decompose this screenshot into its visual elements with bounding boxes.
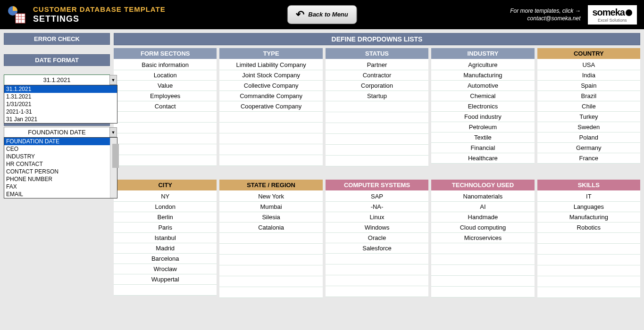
list-item-empty[interactable]: [219, 265, 322, 276]
list-item[interactable]: Microservices: [431, 233, 534, 243]
list-item-empty[interactable]: [219, 255, 322, 265]
list-item[interactable]: Partner: [326, 60, 428, 70]
contact-email[interactable]: contact@someka.net: [510, 15, 580, 22]
list-item[interactable]: Basic information: [114, 60, 217, 70]
list-item-empty[interactable]: [219, 123, 322, 133]
list-item[interactable]: Contractor: [326, 70, 428, 81]
list-item[interactable]: Barcelona: [114, 254, 217, 264]
list-item[interactable]: Value: [114, 81, 217, 91]
list-item[interactable]: Contact: [114, 101, 217, 112]
list-item[interactable]: Chemical: [431, 91, 534, 101]
list-item-empty[interactable]: [537, 233, 640, 244]
dropdown-option[interactable]: 31 Jan 2021: [4, 116, 117, 123]
list-item-empty[interactable]: [326, 112, 428, 123]
list-item-empty[interactable]: [431, 243, 534, 254]
list-item[interactable]: London: [114, 202, 217, 212]
list-item[interactable]: AI: [431, 202, 534, 212]
list-item[interactable]: Spain: [537, 81, 640, 91]
list-item[interactable]: Petroleum: [431, 122, 534, 132]
list-item[interactable]: Cooperative Company: [219, 101, 322, 112]
list-item-empty[interactable]: [114, 133, 217, 144]
list-item[interactable]: Cloud computing: [431, 223, 534, 233]
dropdown-option[interactable]: HR CONTACT: [4, 160, 117, 168]
list-item-empty[interactable]: [114, 155, 217, 166]
dropdown-option[interactable]: EMAIL: [4, 190, 117, 198]
list-item-empty[interactable]: [114, 112, 217, 123]
list-item[interactable]: Location: [114, 70, 217, 81]
list-item-empty[interactable]: [219, 287, 322, 298]
list-item[interactable]: Joint Stock Company: [219, 70, 322, 81]
list-item[interactable]: Mumbai: [219, 202, 322, 212]
list-item-empty[interactable]: [326, 275, 428, 286]
list-item[interactable]: New York: [219, 191, 322, 202]
list-item-empty[interactable]: [326, 101, 428, 112]
list-item-empty[interactable]: [431, 276, 534, 287]
list-item[interactable]: Automotive: [431, 81, 534, 91]
date-format-dropdown[interactable]: 31.1.20211.31.20211/31/20212021-1-3131 J…: [4, 85, 117, 124]
list-item[interactable]: Wroclaw: [114, 264, 217, 274]
list-item-empty[interactable]: [219, 276, 322, 287]
list-item[interactable]: Handmade: [431, 212, 534, 223]
list-item[interactable]: Robotics: [537, 223, 640, 233]
list-item-empty[interactable]: [114, 123, 217, 133]
list-item[interactable]: Employees: [114, 91, 217, 101]
list-item[interactable]: Catalonia: [219, 223, 322, 233]
date-format-select[interactable]: 31.1.2021 ▼ 31.1.20211.31.20211/31/20212…: [4, 74, 110, 85]
list-item-empty[interactable]: [537, 276, 640, 287]
list-item-empty[interactable]: [537, 255, 640, 265]
list-item-empty[interactable]: [219, 133, 322, 144]
list-item[interactable]: Poland: [537, 132, 640, 143]
list-item[interactable]: France: [537, 153, 640, 164]
back-to-menu-button[interactable]: ↶ Back to Menu: [287, 5, 357, 24]
dropdown-option[interactable]: 31.1.2021: [4, 85, 117, 93]
dropdown-option[interactable]: PHONE NUMBER: [4, 175, 117, 183]
list-item-empty[interactable]: [431, 254, 534, 265]
list-item[interactable]: Nanomaterials: [431, 191, 534, 202]
list-item-empty[interactable]: [326, 156, 428, 166]
list-item[interactable]: Paris: [114, 223, 217, 233]
list-item-empty[interactable]: [537, 265, 640, 276]
list-item[interactable]: Linux: [326, 212, 428, 223]
list-item[interactable]: Brazil: [537, 91, 640, 101]
list-item[interactable]: Startup: [326, 91, 428, 101]
list-item-empty[interactable]: [431, 287, 534, 297]
list-item[interactable]: Windows: [326, 223, 428, 233]
scrollbar[interactable]: [110, 138, 117, 198]
more-templates-link[interactable]: For more templates, click →: [510, 8, 580, 14]
list-item[interactable]: Berlin: [114, 212, 217, 223]
list-item[interactable]: Electronics: [431, 101, 534, 112]
list-item-empty[interactable]: [326, 264, 428, 275]
list-item[interactable]: Silesia: [219, 212, 322, 223]
dropdown-option[interactable]: INDUSTRY: [4, 153, 117, 160]
list-item[interactable]: Manufacturing: [537, 212, 640, 223]
list-item[interactable]: Turkey: [537, 112, 640, 122]
list-item-empty[interactable]: [326, 134, 428, 145]
dropdown-arrow-icon[interactable]: ▼: [109, 75, 117, 85]
list-item[interactable]: Agriculture: [431, 60, 534, 70]
list-item[interactable]: SAP: [326, 191, 428, 202]
list-item[interactable]: -NA-: [326, 202, 428, 212]
dropdown-arrow-icon[interactable]: ▼: [109, 127, 117, 137]
list-item[interactable]: Salesforce: [326, 243, 428, 254]
date-inputs-dropdown[interactable]: FOUNDATION DATECEOINDUSTRYHR CONTACTCONT…: [4, 137, 117, 198]
list-item[interactable]: Corporation: [326, 81, 428, 91]
list-item[interactable]: Food industry: [431, 112, 534, 122]
list-item[interactable]: Oracle: [326, 233, 428, 243]
list-item[interactable]: Languages: [537, 202, 640, 212]
list-item[interactable]: Commandite Company: [219, 91, 322, 101]
list-item-empty[interactable]: [219, 155, 322, 166]
list-item-empty[interactable]: [537, 287, 640, 298]
dropdown-option[interactable]: 1/31/2021: [4, 100, 117, 108]
list-item[interactable]: Collective Company: [219, 81, 322, 91]
list-item[interactable]: Manufacturing: [431, 70, 534, 81]
list-item[interactable]: Istanbul: [114, 233, 217, 243]
list-item[interactable]: Madrid: [114, 243, 217, 254]
list-item[interactable]: Chile: [537, 101, 640, 112]
list-item[interactable]: USA: [537, 60, 640, 70]
list-item-empty[interactable]: [219, 244, 322, 255]
list-item-empty[interactable]: [326, 286, 428, 297]
list-item[interactable]: Wuppertal: [114, 274, 217, 285]
dropdown-option[interactable]: 2021-1-31: [4, 108, 117, 116]
dropdown-option[interactable]: CEO: [4, 145, 117, 153]
list-item-empty[interactable]: [326, 254, 428, 264]
